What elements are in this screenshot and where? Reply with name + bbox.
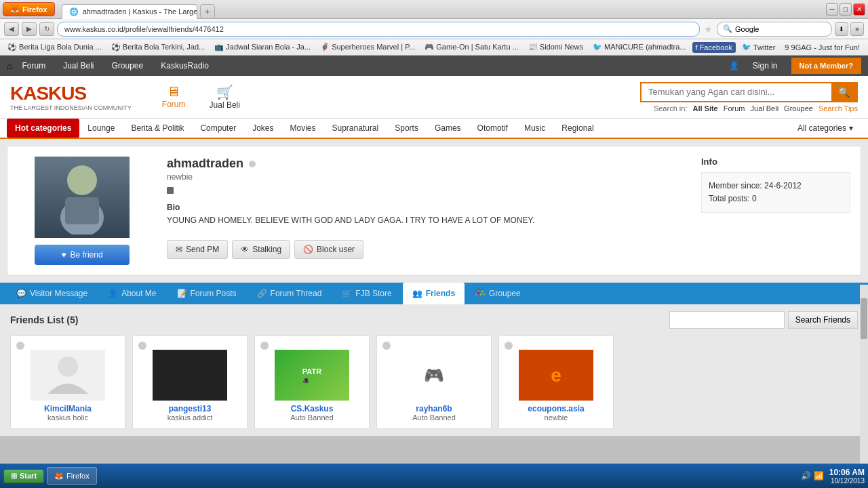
nav-kaskusradio[interactable]: KaskusRadio (153, 58, 217, 74)
stalking-btn[interactable]: 👁 Stalking (232, 240, 290, 259)
active-tab[interactable]: 🌐 ahmadtraden | Kaskus - The Largest Ind… (62, 4, 197, 19)
profile-center: ahmadtraden newbie Bio YOUNG AND HOMELY.… (157, 146, 691, 275)
cat-hot[interactable]: Hot categories (7, 119, 79, 138)
browser-chrome: 🦊 Firefox 🌐 ahmadtraden | Kaskus - The L… (0, 0, 868, 56)
about-me-icon: 👤 (108, 289, 118, 298)
cat-computer[interactable]: Computer (192, 119, 244, 138)
friends-search-btn[interactable]: Search Friends (788, 311, 858, 329)
new-tab-btn[interactable]: + (200, 4, 215, 19)
firefox-button[interactable]: 🦊 Firefox (3, 2, 55, 16)
friend-name[interactable]: KimcilMania (44, 404, 92, 413)
bookmark-jadwal[interactable]: 📺 Jadwal Siaran Bola - Ja... (211, 41, 314, 53)
total-posts-label: Total posts: (709, 194, 750, 203)
tab-fjb-store[interactable]: 🛒 FJB Store (332, 283, 401, 304)
menu-icon[interactable]: ≡ (850, 22, 864, 36)
scrollbar[interactable] (860, 285, 868, 488)
username-text: ahmadtraden (167, 157, 243, 171)
tab-forum-thread[interactable]: 🔗 Forum Thread (248, 283, 332, 304)
cat-berita[interactable]: Berita & Politik (123, 119, 192, 138)
taskbar-firefox[interactable]: 🦊 Firefox (47, 467, 97, 485)
cat-regional[interactable]: Regional (553, 119, 601, 138)
nav-jualbeli[interactable]: Jual Beli (55, 58, 102, 74)
person-icon: 👤 (729, 61, 739, 70)
cat-sports[interactable]: Sports (387, 119, 427, 138)
friend-avatar-img: PATR🎩 (275, 350, 349, 401)
friend-name[interactable]: ecoupons.asia (528, 404, 584, 413)
friend-avatar-img: e (519, 350, 593, 401)
cat-otomotif[interactable]: Otomotif (469, 119, 516, 138)
minimize-btn[interactable]: ─ (826, 3, 838, 16)
not-member-btn[interactable]: Not a Member? (791, 58, 861, 74)
browser-search-box[interactable]: 🔍 Google (717, 22, 832, 37)
avatar-svg (52, 160, 113, 235)
scroll-thumb[interactable] (861, 298, 867, 339)
nav-forum[interactable]: Forum (14, 58, 54, 74)
bookmark-facebook[interactable]: f Facebook (692, 42, 736, 53)
search-opt-forum[interactable]: Forum (724, 104, 745, 113)
bookmark-gameon[interactable]: 🎮 Game-On | Satu Kartu ... (421, 41, 522, 53)
cat-music[interactable]: Music (516, 119, 553, 138)
tab-visitor-message[interactable]: 💬 Visitor Message (7, 283, 97, 304)
cat-lounge[interactable]: Lounge (79, 119, 123, 138)
back-btn[interactable]: ◀ (4, 22, 19, 36)
friends-header: Friends List (5) Search Friends (10, 311, 858, 329)
bookmark-bola-terkini[interactable]: ⚽ Berita Bola Terkini, Jad... (108, 41, 209, 53)
total-posts-value: 0 (752, 194, 757, 203)
url-field[interactable]: www.kaskus.co.id/profile/viewallfriends/… (57, 22, 700, 37)
bookmarks-bar: ⚽ Berita Liga Bola Dunia ... ⚽ Berita Bo… (0, 39, 868, 56)
block-user-btn[interactable]: 🚫 Block user (294, 240, 363, 259)
be-friend-label: Be friend (71, 250, 103, 260)
profile-info-panel: Info Member since: 24-6-2012 Total posts… (691, 146, 861, 275)
cat-supranatural[interactable]: Supranatural (324, 119, 387, 138)
main-search-input[interactable] (642, 83, 831, 101)
friend-avatar: PATR🎩 (275, 350, 349, 401)
search-opt-allsite[interactable]: All Site (692, 104, 717, 113)
close-btn[interactable]: ✕ (853, 3, 865, 16)
search-opt-jualbeli[interactable]: Jual Beli (751, 104, 779, 113)
bookmark-superheroes[interactable]: 🦸 Superheroes Marvel | P... (317, 41, 418, 53)
forward-btn[interactable]: ▶ (22, 22, 37, 36)
cat-games[interactable]: Games (427, 119, 469, 138)
about-me-label: About Me (121, 289, 156, 298)
cat-all[interactable]: All categories ▾ (789, 119, 861, 138)
downloads-icon[interactable]: ⬇ (835, 22, 848, 36)
friend-name[interactable]: rayhan6b (416, 404, 452, 413)
bookmark-bola-dunia[interactable]: ⚽ Berita Liga Bola Dunia ... (4, 41, 105, 53)
tab-groupee[interactable]: 👫 Groupee (466, 283, 530, 304)
cat-movies[interactable]: Movies (281, 119, 323, 138)
tab-jualbeli[interactable]: 🛒 Jual Beli (199, 81, 250, 113)
cat-jokes[interactable]: Jokes (244, 119, 281, 138)
patr-label: PATR🎩 (302, 367, 321, 384)
bookmark-manicure[interactable]: 🐦 MANiCURE (ahmadtra... (589, 41, 689, 53)
friend-name[interactable]: CS.Kaskus (291, 404, 334, 413)
bookmark-sidomi[interactable]: 📰 Sidomi News (525, 41, 587, 53)
search-opt-groupee[interactable]: Groupee (784, 104, 813, 113)
taskbar: ⊞ Start 🦊 Firefox 🔊 📶 10:06 AM 10/12/201… (0, 464, 868, 488)
kaskus-logo[interactable]: KASKUS (10, 83, 132, 104)
friend-name[interactable]: pangesti13 (169, 404, 212, 413)
send-pm-btn[interactable]: ✉ Send PM (167, 240, 228, 259)
bookmark-twitter[interactable]: 🐦 Twitter (738, 41, 778, 53)
tab-about-me[interactable]: 👤 About Me (98, 283, 165, 304)
maximize-btn[interactable]: □ (840, 3, 852, 16)
tab-forum[interactable]: 🖥 Forum (152, 81, 196, 113)
signin-section: 👤 Sign in Not a Member? (729, 58, 861, 74)
be-friend-btn[interactable]: ♥ Be friend (35, 245, 130, 265)
profile-card: ♥ Be friend ahmadtraden newbie Bio YOUNG… (7, 146, 861, 276)
friends-search-input[interactable] (669, 311, 785, 329)
bookmark-9gag[interactable]: 9 9GAG - Just for Fun! (781, 42, 863, 53)
nav-groupee[interactable]: Groupee (104, 58, 152, 74)
bookmark-star-icon[interactable]: ★ (704, 24, 713, 35)
refresh-btn[interactable]: ↻ (39, 22, 54, 36)
home-icon[interactable]: ⌂ (7, 60, 12, 71)
firefox-logo: 🦊 (10, 5, 20, 14)
category-nav: Hot categories Lounge Berita & Politik C… (0, 119, 868, 139)
tab-forum-posts[interactable]: 📝 Forum Posts (167, 283, 246, 304)
profile-tabs-bar: 💬 Visitor Message 👤 About Me 📝 Forum Pos… (0, 283, 868, 304)
start-button[interactable]: ⊞ Start (3, 469, 44, 483)
main-search-btn[interactable]: 🔍 (831, 83, 856, 101)
mail-icon: ✉ (176, 245, 182, 254)
signin-btn[interactable]: Sign in (745, 58, 786, 74)
tab-friends[interactable]: 👥 Friends (403, 283, 465, 304)
search-tips-link[interactable]: Search Tips (818, 104, 858, 113)
